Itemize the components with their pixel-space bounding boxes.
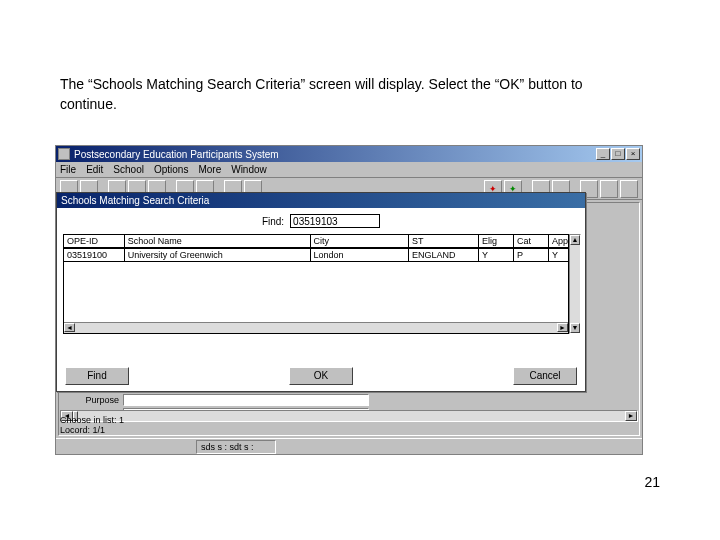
menu-options[interactable]: Options xyxy=(154,164,188,175)
maximize-button[interactable]: □ xyxy=(611,148,625,160)
instruction-caption: The “Schools Matching Search Criteria” s… xyxy=(60,75,640,114)
record-status-text: Choose in list: 1 Locord: 1/1 xyxy=(60,416,124,436)
tool-right-6[interactable] xyxy=(600,180,618,198)
cell-opeid: 03519100 xyxy=(64,248,124,262)
status-bar: sds s : sdt s : xyxy=(56,438,642,454)
dialog-title: Schools Matching Search Criteria xyxy=(61,195,209,206)
menu-bar: File Edit School Options More Window xyxy=(56,162,642,178)
cell-elig: Y xyxy=(478,248,513,262)
menu-edit[interactable]: Edit xyxy=(86,164,103,175)
cell-cat: P xyxy=(513,248,548,262)
find-input[interactable] xyxy=(290,214,380,228)
search-results-dialog: Schools Matching Search Criteria Find: O… xyxy=(56,192,586,392)
ok-button[interactable]: OK xyxy=(289,367,353,385)
cell-app: Y xyxy=(548,248,569,262)
scroll-right-icon[interactable]: ► xyxy=(625,411,637,421)
table-row[interactable]: 03519100 University of Greenwich London … xyxy=(64,248,569,262)
grid-vertical-scrollbar[interactable]: ▲ ▼ xyxy=(569,234,581,334)
cell-city: London xyxy=(310,248,408,262)
main-titlebar: Postsecondary Education Participants Sys… xyxy=(56,146,642,162)
menu-file[interactable]: File xyxy=(60,164,76,175)
system-menu-icon[interactable] xyxy=(58,148,70,160)
bg-purpose-label: Purpose xyxy=(69,395,119,405)
tool-right-7[interactable] xyxy=(620,180,638,198)
grid-header-row: OPE-ID School Name City ST Elig Cat App xyxy=(64,235,569,248)
col-cat[interactable]: Cat xyxy=(513,235,548,248)
col-city[interactable]: City xyxy=(310,235,408,248)
grid-horizontal-scrollbar[interactable]: ◄ ► xyxy=(64,322,568,333)
menu-school[interactable]: School xyxy=(113,164,144,175)
page-number: 21 xyxy=(644,474,660,490)
menu-window[interactable]: Window xyxy=(231,164,267,175)
cell-name: University of Greenwich xyxy=(124,248,310,262)
col-st[interactable]: ST xyxy=(408,235,478,248)
app-window: Postsecondary Education Participants Sys… xyxy=(55,145,643,455)
col-opeid[interactable]: OPE-ID xyxy=(64,235,124,248)
find-row: Find: xyxy=(57,214,585,228)
window-title: Postsecondary Education Participants Sys… xyxy=(74,149,596,160)
find-label: Find: xyxy=(262,216,284,227)
grid-scroll-right-icon[interactable]: ► xyxy=(557,323,568,332)
minimize-button[interactable]: _ xyxy=(596,148,610,160)
col-app[interactable]: App xyxy=(548,235,569,248)
col-elig[interactable]: Elig xyxy=(478,235,513,248)
results-grid[interactable]: OPE-ID School Name City ST Elig Cat App … xyxy=(63,234,569,334)
cancel-button[interactable]: Cancel xyxy=(513,367,577,385)
menu-more[interactable]: More xyxy=(198,164,221,175)
find-button[interactable]: Find xyxy=(65,367,129,385)
main-horizontal-scrollbar[interactable]: ◄ ► xyxy=(60,410,638,422)
cell-st: ENGLAND xyxy=(408,248,478,262)
grid-scroll-left-icon[interactable]: ◄ xyxy=(64,323,75,332)
dialog-button-row: Find OK Cancel xyxy=(65,367,577,385)
col-name[interactable]: School Name xyxy=(124,235,310,248)
grid-scroll-up-icon[interactable]: ▲ xyxy=(570,235,580,245)
status-cell: sds s : sdt s : xyxy=(196,440,276,454)
bg-purpose-field[interactable] xyxy=(123,394,369,406)
dialog-titlebar: Schools Matching Search Criteria xyxy=(57,193,585,208)
close-button[interactable]: × xyxy=(626,148,640,160)
grid-scroll-down-icon[interactable]: ▼ xyxy=(570,323,580,333)
